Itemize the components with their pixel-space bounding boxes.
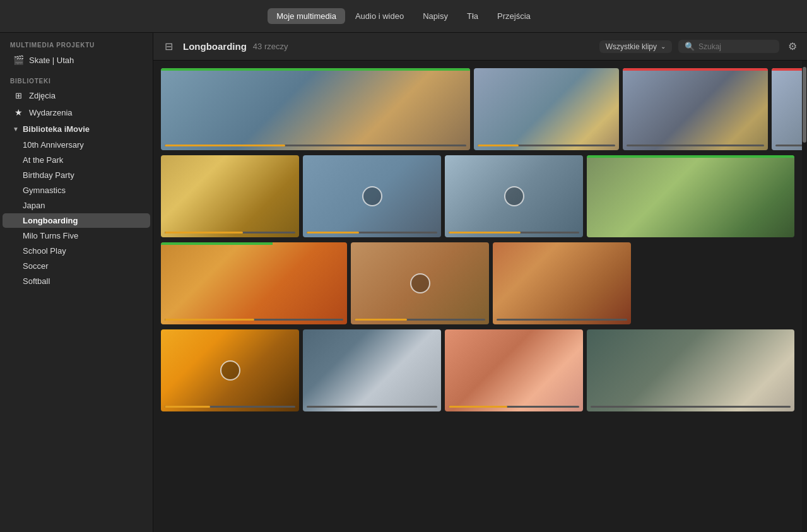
japan-label: Japan — [23, 201, 45, 210]
project-label: Skate | Utah — [29, 56, 74, 65]
filter-label: Wszystkie klipy — [606, 42, 657, 51]
content-count: 43 rzeczy — [253, 42, 288, 51]
softball-label: Softball — [23, 276, 50, 286]
longboarding-label: Longboarding — [23, 216, 78, 225]
sidebar-item-softball[interactable]: Softball — [3, 274, 150, 288]
nav-btn-przejscia[interactable]: Przejścia — [488, 8, 539, 24]
top-nav: Moje multimedia Audio i wideo Napisy Tła… — [0, 0, 807, 33]
sidebar-item-photos[interactable]: ⊞ Zdjęcia — [3, 88, 150, 103]
project-section-title: MULTIMEDIA PROJEKTU — [0, 33, 153, 51]
clip-thumb[interactable] — [303, 329, 441, 411]
view-toggle-btn[interactable]: ⊟ — [161, 38, 177, 55]
search-box: 🔍 — [678, 40, 779, 53]
clip-thumb[interactable] — [445, 329, 583, 411]
sidebar-item-miloturns[interactable]: Milo Turns Five — [3, 228, 150, 243]
content-title: Longboarding — [183, 41, 247, 52]
clip-thumb[interactable] — [161, 329, 299, 411]
clip-thumb[interactable] — [161, 155, 299, 237]
clip-thumb[interactable] — [772, 68, 802, 150]
clips-row-1 — [161, 68, 794, 150]
clips-row-3 — [161, 242, 794, 324]
clip-thumb[interactable] — [161, 242, 347, 324]
search-icon: 🔍 — [685, 42, 695, 51]
sidebar-item-soccer[interactable]: Soccer — [3, 259, 150, 273]
10th-label: 10th Anniversary — [23, 140, 84, 150]
film-icon: 🎬 — [13, 55, 24, 65]
clip-thumb[interactable] — [493, 242, 631, 324]
sidebar-item-atpark[interactable]: At the Park — [3, 153, 150, 167]
library-label: Biblioteka iMovie — [23, 124, 90, 134]
sidebar-library-header[interactable]: ▼ Biblioteka iMovie — [3, 121, 150, 137]
sidebar-item-events[interactable]: ★ Wydarzenia — [3, 104, 150, 121]
scrollbar-thumb[interactable] — [803, 67, 806, 143]
gymnastics-label: Gymnastics — [23, 186, 66, 195]
clip-thumb[interactable] — [303, 155, 441, 237]
sidebar-item-schoolplay[interactable]: School Play — [3, 244, 150, 258]
chevron-icon: ▼ — [13, 126, 19, 133]
clip-thumb[interactable] — [623, 68, 768, 150]
settings-btn[interactable]: ⚙ — [786, 38, 799, 55]
scrollbar-track[interactable] — [802, 61, 807, 532]
soccer-label: Soccer — [23, 261, 48, 271]
nav-btn-audio[interactable]: Audio i wideo — [346, 8, 413, 24]
photos-label: Zdjęcia — [29, 91, 56, 100]
sidebar-item-japan[interactable]: Japan — [3, 198, 150, 213]
clip-thumb[interactable] — [474, 68, 619, 150]
clip-thumb[interactable] — [587, 329, 794, 411]
clips-row-2 — [161, 155, 794, 237]
clip-thumb[interactable] — [351, 242, 489, 324]
nav-btn-multimedia[interactable]: Moje multimedia — [268, 8, 345, 24]
atpark-label: At the Park — [23, 155, 63, 165]
nav-btn-napisy[interactable]: Napisy — [414, 8, 457, 24]
clip-thumb[interactable] — [161, 68, 470, 150]
miloturns-label: Milo Turns Five — [23, 231, 78, 240]
libraries-section-title: BIBLIOTEKI — [0, 69, 153, 87]
sidebar-item-longboarding[interactable]: Longboarding — [3, 213, 150, 228]
content-area: ⊟ Longboarding 43 rzeczy Wszystkie klipy… — [153, 33, 807, 532]
clips-row-4 — [161, 329, 794, 411]
birthday-label: Birthday Party — [23, 170, 74, 180]
content-toolbar: ⊟ Longboarding 43 rzeczy Wszystkie klipy… — [153, 33, 807, 61]
clip-thumb[interactable] — [445, 155, 583, 237]
sidebar-item-10th[interactable]: 10th Anniversary — [3, 138, 150, 152]
schoolplay-label: School Play — [23, 246, 66, 256]
filter-dropdown[interactable]: Wszystkie klipy ⌄ — [599, 40, 672, 53]
sidebar-item-project[interactable]: 🎬 Skate | Utah — [3, 52, 150, 68]
sidebar-item-gymnastics[interactable]: Gymnastics — [3, 183, 150, 198]
events-label: Wydarzenia — [29, 108, 73, 117]
search-input[interactable] — [698, 42, 773, 51]
sidebar-item-birthday[interactable]: Birthday Party — [3, 168, 150, 182]
clips-grid — [153, 61, 802, 532]
filter-chevron-icon: ⌄ — [661, 43, 666, 50]
events-icon: ★ — [13, 107, 24, 117]
clip-thumb[interactable] — [587, 155, 794, 237]
nav-btn-tla[interactable]: Tła — [458, 8, 487, 24]
photos-icon: ⊞ — [13, 91, 24, 100]
main-layout: MULTIMEDIA PROJEKTU 🎬 Skate | Utah BIBLI… — [0, 33, 807, 532]
sidebar: MULTIMEDIA PROJEKTU 🎬 Skate | Utah BIBLI… — [0, 33, 153, 532]
